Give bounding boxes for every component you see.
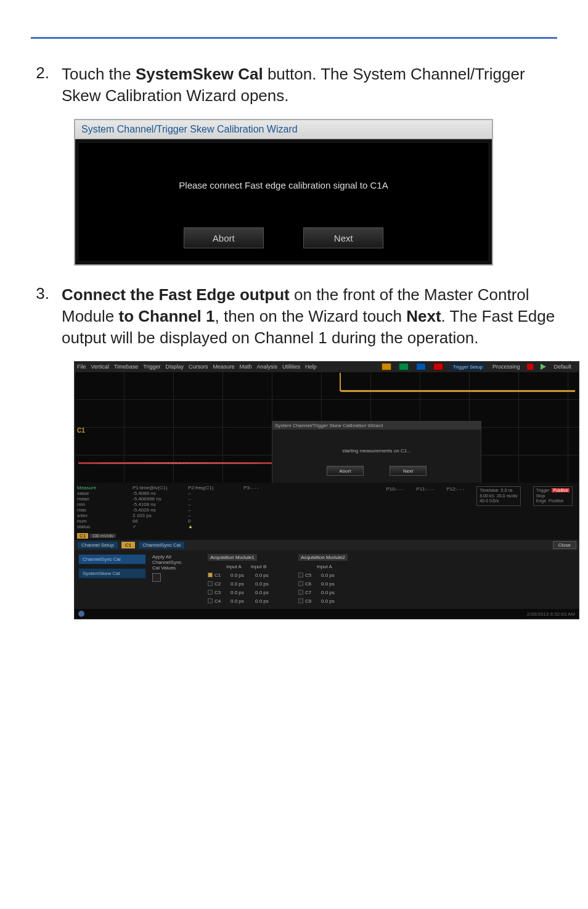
step-2-text: Touch the SystemSkew Cal button. The Sys… [62,63,557,107]
c8-label: C8 [305,598,321,604]
processing-label: Processing [492,364,520,370]
info-icon [78,611,84,617]
c2-checkbox[interactable] [208,581,213,586]
c4-valB: 0.0 ps [255,598,280,604]
meas-row-max: max [77,507,133,513]
tab-channel-setup[interactable]: Channel Setup [77,541,118,549]
timebase-rate: 40.0 GS/s [480,499,499,503]
c8-checkbox[interactable] [298,598,303,603]
meas-row-status: status [77,524,133,529]
measurement-strip: Measure value mean min max sdev num stat… [75,483,579,532]
systemskew-cal-button[interactable]: SystemSkew Cal [78,568,146,579]
channel-1-label: C1 [77,427,85,434]
c3-label: C3 [214,590,231,595]
p1-header: P1:time@lv(C1) [133,485,188,491]
menu-measure[interactable]: Measure [213,364,234,370]
acq-inputB-1: Input B [251,564,276,569]
menu-analysis[interactable]: Analysis [256,364,277,370]
timebase-value: 0.0 ns [501,488,513,492]
acq-inputA-1: Input A [226,564,251,569]
close-button[interactable]: Close [553,541,576,549]
menu-vertical[interactable]: Vertical [91,364,110,370]
step3-mid2: , then on the Wizard touch [215,307,407,325]
timebase-samples: 8.00 kS [480,494,494,498]
p1-mean: -5.406998 ns [133,496,188,502]
p1-status-icon: ✓ [133,524,188,529]
menu-timebase[interactable]: Timebase [114,364,138,370]
p3-header: P3:- - - [243,485,299,491]
tab-channelsync-cal[interactable]: ChannelSync Cal [138,541,185,549]
timebase-label: Timebase [480,488,498,492]
waveform-trace-high [341,390,575,392]
abort-button[interactable]: Abort [184,227,264,248]
c5-label: C5 [305,573,321,578]
trigger-status[interactable]: Trigger Positive Stop Edge Positive [533,486,573,505]
toolbar-ch-yellow-icon[interactable] [382,363,391,370]
play-icon[interactable] [541,364,546,370]
step2-bold: SystemSkew Cal [136,65,263,83]
menu-math[interactable]: Math [239,364,251,370]
status-bar: 2/28/2013 8:32:03 AM [75,609,579,619]
inner-next-button[interactable]: Next [390,466,427,476]
c4-label: C4 [214,598,231,604]
c5-checkbox[interactable] [298,573,303,577]
trigger-setup-button[interactable]: Trigger Setup [451,364,485,370]
bottom-panel: ChannelSync Cal SystemSkew Cal Apply All… [75,550,579,609]
acq-inputA-2: Input A [317,564,341,569]
meas-row-mean: mean [77,496,133,502]
timebase-status[interactable]: Timebase 0.0 ns 8.00 kS 20.0 ns/div 40.0… [476,486,521,505]
c1-checkbox[interactable] [208,573,213,577]
c7-valA: 0.0 ps [321,590,346,595]
step3-bold3: Next [406,307,441,325]
tab-row: Channel Setup C1 ChannelSync Cal Close [75,540,579,550]
c6-valA: 0.0 ps [321,581,346,587]
wizard-dialog: System Channel/Trigger Skew Calibration … [74,119,493,266]
c2-label: C2 [214,581,231,587]
c3-valA: 0.0 ps [231,590,255,595]
acq-mod1-header: Acquisition Module1 [208,554,257,561]
menu-help[interactable]: Help [305,364,317,370]
c8-valA: 0.0 ps [321,598,346,604]
menu-trigger[interactable]: Trigger [143,364,160,370]
waveform-grid[interactable]: C1 System Channel/Trigger Skew Calibrati… [75,372,579,483]
menu-display[interactable]: Display [165,364,184,370]
p2-status-icon: ▲ [188,524,243,529]
p1-value: -5.4088 ns [133,491,188,496]
meas-row-sdev: sdev [77,513,133,518]
toolbar-ch-red-icon[interactable] [433,363,443,370]
inner-wizard-title: System Channel/Trigger Skew Calibration … [272,422,481,430]
menu-file[interactable]: File [77,364,86,370]
c3-checkbox[interactable] [208,590,213,595]
step3-bold1: Connect the Fast Edge output [62,285,290,304]
measure-header: Measure [77,485,99,491]
c6-checkbox[interactable] [298,581,303,586]
c4-checkbox[interactable] [208,598,213,603]
acq-mod2-header: Acquisition Module2 [298,554,348,561]
p10-header: P10:- - - [386,486,404,492]
p2-header: P2:freq(C1) [188,485,243,491]
apply-label-2: ChannelSync [152,560,202,565]
apply-all-checkbox[interactable] [152,573,161,582]
toolbar-ch-green-icon[interactable] [399,363,409,370]
stop-icon[interactable] [527,364,533,370]
inner-abort-button[interactable]: Abort [327,466,364,476]
step3-bold2: to Channel 1 [119,307,215,325]
meas-row-num: num [77,518,133,524]
c1-valB: 0.0 ps [255,573,280,578]
next-button[interactable]: Next [303,227,383,248]
tab-c1[interactable]: C1 [121,541,136,549]
c7-checkbox[interactable] [298,590,303,595]
p1-min: -5.4108 ns [133,502,188,507]
channelsync-cal-button[interactable]: ChannelSync Cal [78,554,146,565]
wizard-title: System Channel/Trigger Skew Calibration … [75,120,492,139]
p2-num: 0 [188,518,243,524]
trigger-edge: Edge [536,499,546,503]
c3-valB: 0.0 ps [255,590,280,595]
p1-max: -5.4026 ns [133,507,188,513]
waveform-trace-dash [99,463,259,464]
menu-utilities[interactable]: Utilities [282,364,300,370]
step2-prefix: Touch the [62,65,136,83]
channel-c1-badge[interactable]: C1 [77,533,88,539]
toolbar-ch-blue-icon[interactable] [416,363,426,370]
menu-cursors[interactable]: Cursors [189,364,208,370]
